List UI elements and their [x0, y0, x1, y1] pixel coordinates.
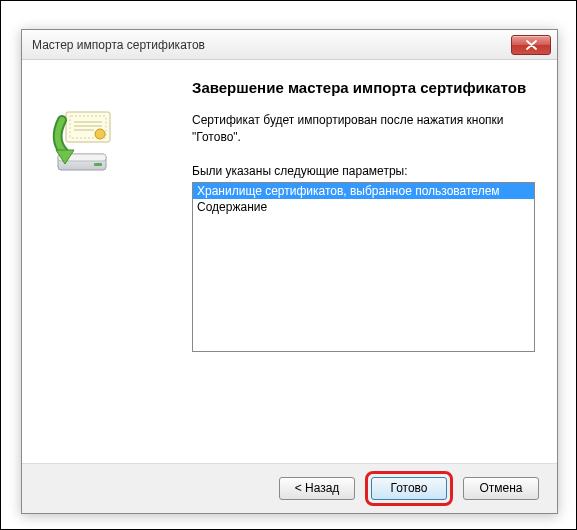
list-item[interactable]: Хранилище сертификатов, выбранное пользо…	[193, 183, 535, 199]
svg-point-5	[95, 129, 105, 139]
params-label: Были указаны следующие параметры:	[192, 164, 535, 178]
certificate-import-icon	[52, 110, 112, 170]
close-icon	[526, 40, 537, 50]
dialog-window: Мастер импорта сертификатов	[21, 29, 558, 514]
svg-rect-8	[94, 163, 102, 166]
finish-button-highlight: Готово	[365, 471, 453, 506]
wizard-icon-column	[52, 110, 172, 170]
page-heading: Завершение мастера импорта сертификатов	[192, 78, 535, 98]
dialog-footer: < Назад Готово Отмена	[22, 463, 557, 513]
page-description: Сертификат будет импортирован после нажа…	[192, 112, 535, 146]
list-item[interactable]: Содержание	[193, 199, 535, 215]
dialog-body: Завершение мастера импорта сертификатов …	[22, 60, 557, 463]
titlebar: Мастер импорта сертификатов	[22, 30, 557, 60]
screenshot-frame: Мастер импорта сертификатов	[0, 0, 577, 530]
window-title: Мастер импорта сертификатов	[32, 38, 511, 52]
close-button[interactable]	[511, 35, 551, 55]
finish-button[interactable]: Готово	[371, 477, 447, 500]
content-column: Завершение мастера импорта сертификатов …	[192, 78, 535, 352]
parameters-listbox[interactable]: Хранилище сертификатов, выбранное пользо…	[192, 182, 535, 352]
back-button[interactable]: < Назад	[279, 477, 355, 500]
cancel-button[interactable]: Отмена	[463, 477, 539, 500]
